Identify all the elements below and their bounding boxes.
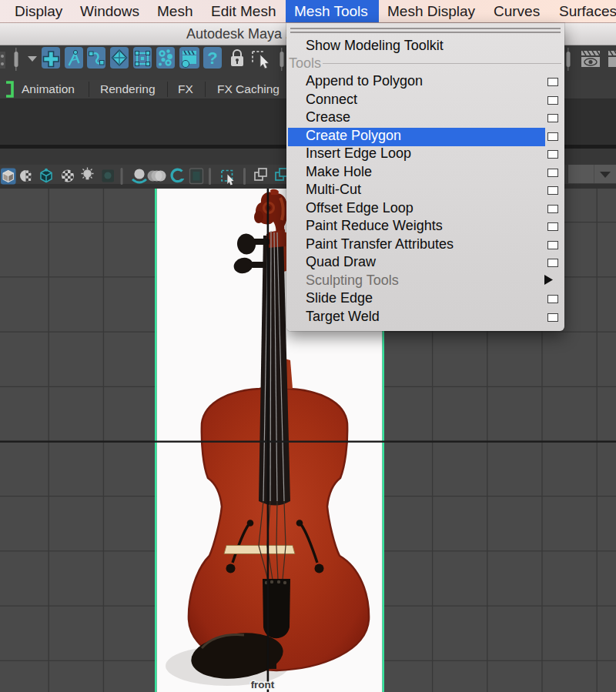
- svg-text:front: front: [251, 679, 275, 690]
- svg-text:?: ?: [207, 48, 217, 68]
